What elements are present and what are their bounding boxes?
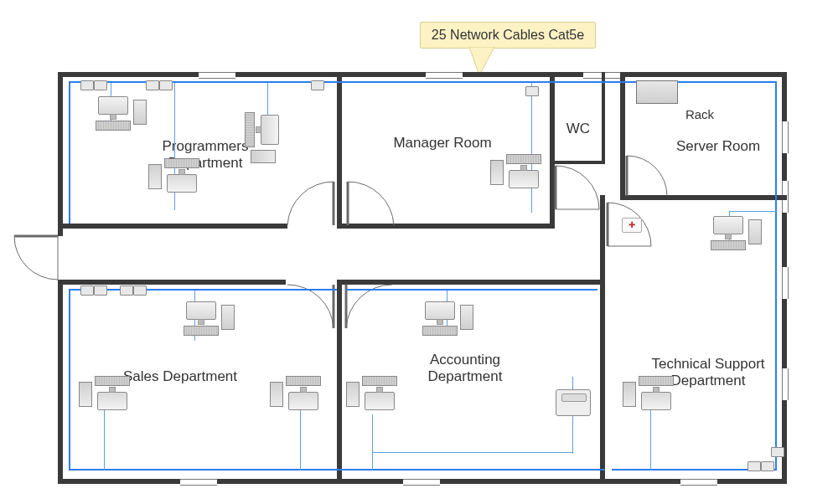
window-right-3 — [782, 267, 789, 299]
wall-wc-bottom — [553, 161, 603, 164]
label-server: Server Room — [664, 138, 773, 155]
wall-outer-top — [58, 72, 787, 77]
jack-tech-1 — [747, 461, 774, 471]
jack-sales-2 — [120, 285, 147, 296]
server-rack-icon — [636, 80, 678, 104]
label-sales: Sales Department — [113, 368, 247, 385]
window-bot-3 — [680, 479, 717, 486]
window-right-1 — [782, 121, 789, 153]
cable-b8 — [300, 410, 301, 471]
svg-marker-0 — [469, 47, 494, 75]
door-wc — [554, 166, 604, 228]
callout-cables: 25 Network Cables Cat5e — [420, 22, 596, 49]
wall-upper-corr-1 — [58, 224, 287, 229]
window-bot-2 — [403, 479, 440, 486]
window-right-4 — [782, 368, 789, 400]
wall-low-corr-1 — [58, 280, 286, 285]
cable-trunk-bottom — [69, 469, 605, 471]
wall-acct-tech — [600, 195, 605, 484]
window-top-1 — [199, 72, 235, 79]
wall-outer-left-upper — [58, 72, 63, 236]
door-manager — [344, 182, 397, 234]
floorplan-canvas: 25 Network Cables Cat5e — [0, 0, 838, 504]
window-bot-1 — [180, 479, 217, 486]
jack-prog-3 — [311, 80, 324, 90]
cable-b12 — [650, 410, 651, 471]
cable-acct-top — [346, 289, 597, 291]
jack-prog-2 — [146, 80, 173, 90]
label-accounting: Accounting Department — [411, 352, 520, 384]
callout-text: 25 Network Cables Cat5e — [432, 28, 584, 42]
cable-b4 — [531, 83, 532, 213]
cable-sales-top — [69, 289, 337, 291]
workstation-icon — [84, 96, 142, 133]
wall-switch-icon — [622, 218, 642, 233]
cable-trunk-left-low — [69, 289, 70, 471]
callout-pointer — [469, 47, 503, 84]
label-manager: Manager Room — [384, 135, 501, 152]
door-server — [623, 156, 670, 203]
jack-sales-1 — [80, 285, 107, 296]
door-exterior-left — [13, 234, 64, 288]
cable-b14 — [729, 211, 777, 212]
cable-b10 — [372, 452, 573, 453]
door-programmers — [287, 182, 341, 234]
cable-b7 — [104, 400, 105, 471]
jack-tech-2 — [771, 447, 784, 457]
jack-manager — [525, 86, 539, 96]
jack-prog-1 — [80, 80, 107, 90]
cable-b9 — [372, 414, 373, 471]
cable-trunk-right — [775, 81, 777, 471]
wall-wc-right — [602, 72, 605, 164]
label-rack: Rack — [679, 107, 721, 121]
printer-icon — [556, 389, 591, 416]
label-wc: WC — [557, 121, 599, 137]
cable-trunk-left-up — [69, 81, 70, 224]
window-top-2 — [426, 72, 463, 79]
wall-outer-left-lower — [58, 280, 63, 484]
